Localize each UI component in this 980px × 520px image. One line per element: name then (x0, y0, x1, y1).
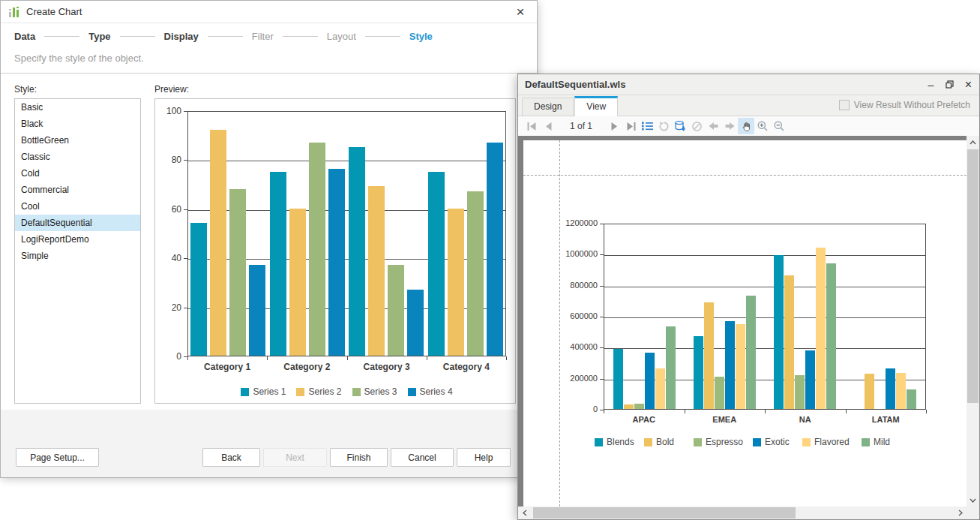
legend-label: Series 2 (308, 386, 341, 397)
y-tick-label: 600000 (556, 311, 598, 320)
scroll-right-icon[interactable] (954, 506, 967, 519)
x-category-label: EMEA (685, 415, 766, 424)
style-list-item[interactable]: Cold (15, 165, 140, 182)
chart-legend: Series 1Series 2Series 3Series 4 (178, 386, 515, 397)
hand-tool-icon[interactable] (738, 118, 754, 134)
bar-series-2 (448, 209, 464, 356)
legend-marker (753, 438, 761, 446)
style-list-item[interactable]: Black (15, 116, 140, 132)
first-page-icon[interactable] (523, 118, 540, 134)
margin-guide-vertical (559, 140, 560, 506)
dialog-titlebar: Create Chart × (1, 1, 537, 23)
legend-item: Series 2 (296, 386, 341, 397)
create-chart-dialog: Create Chart × DataTypeDisplayFilterLayo… (0, 0, 538, 478)
back-icon[interactable] (705, 118, 721, 134)
legend-label: Flavored (814, 437, 850, 447)
vertical-scrollbar[interactable] (967, 136, 979, 506)
export-data-icon[interactable] (672, 118, 688, 134)
style-list-label: Style: (14, 84, 37, 95)
finish-button[interactable]: Finish (330, 448, 388, 467)
wizard-step-layout[interactable]: Layout (327, 31, 356, 42)
style-list-item[interactable]: Classic (15, 149, 140, 165)
horizontal-scrollbar[interactable] (518, 506, 967, 519)
scroll-left-icon[interactable] (518, 506, 531, 519)
bar-flavored (896, 373, 906, 409)
horizontal-scrollbar-thumb[interactable] (533, 507, 796, 518)
toc-icon[interactable] (639, 118, 655, 134)
step-connector (208, 36, 243, 37)
style-list-item[interactable]: Cool (15, 198, 140, 215)
page-setup-button[interactable]: Page Setup... (16, 448, 99, 467)
wizard-step-type[interactable]: Type (88, 31, 110, 42)
wizard-steps: DataTypeDisplayFilterLayoutStyle (1, 23, 537, 50)
style-list-item[interactable]: DefaultSequential (15, 215, 140, 231)
scroll-up-icon[interactable] (967, 136, 979, 149)
close-icon[interactable]: × (959, 77, 978, 93)
style-listbox[interactable]: BasicBlackBottleGreenClassicColdCommerci… (14, 98, 141, 404)
viewer-window: DefaultSequential.wls – × Design View Vi… (517, 74, 980, 520)
tab-design[interactable]: Design (522, 98, 574, 116)
bar-series-4 (487, 143, 503, 356)
bar-exotic (886, 368, 895, 409)
legend-marker (241, 388, 249, 396)
legend-label: Mild (874, 437, 890, 447)
refresh-icon[interactable] (655, 118, 672, 134)
vertical-scrollbar-thumb[interactable] (967, 149, 979, 403)
viewer-toolbar: 1 of 1 (518, 116, 979, 136)
style-list-item[interactable]: LogiReportDemo (15, 231, 140, 248)
bar-group-category-1 (188, 112, 268, 356)
cancel-icon[interactable] (688, 118, 705, 134)
bar-exotic (725, 321, 735, 409)
bar-bold (624, 404, 634, 409)
bar-bold (784, 275, 794, 409)
legend-item: Bold (644, 437, 694, 447)
style-list-item[interactable]: BottleGreen (15, 132, 140, 149)
restore-icon[interactable] (940, 77, 959, 93)
bar-series-3 (229, 189, 246, 356)
wizard-step-display[interactable]: Display (164, 31, 199, 42)
dialog-title: Create Chart (26, 6, 82, 17)
zoom-in-icon[interactable] (754, 118, 771, 134)
y-tick-label: 40 (140, 253, 181, 263)
style-list-item[interactable]: Commercial (15, 182, 140, 198)
help-button[interactable]: Help (457, 448, 511, 467)
step-connector (283, 36, 318, 37)
legend-marker (595, 438, 603, 446)
bar-mild (666, 326, 676, 409)
page-margin-band-top (518, 136, 967, 140)
scrollbar-corner (967, 506, 979, 519)
step-connector (365, 36, 400, 37)
viewer-tabbar: Design View View Result Without Prefetch (518, 95, 979, 116)
x-category-label: NA (765, 415, 846, 424)
report-chart[interactable]: 020000040000060000080000010000001200000A… (562, 218, 944, 452)
wizard-subtitle: Specify the style of the object. (1, 50, 537, 72)
prefetch-checkbox-label: View Result Without Prefetch (854, 100, 970, 110)
scroll-down-icon[interactable] (967, 494, 979, 506)
minimize-icon[interactable]: – (922, 77, 940, 93)
x-category-label: Category 2 (267, 362, 346, 372)
last-page-icon[interactable] (622, 118, 639, 134)
prefetch-checkbox[interactable] (839, 100, 850, 110)
style-list-item[interactable]: Basic (15, 99, 140, 116)
zoom-out-icon[interactable] (771, 118, 787, 134)
next-page-icon[interactable] (606, 118, 622, 134)
wizard-step-style[interactable]: Style (409, 31, 433, 42)
cancel-button[interactable]: Cancel (391, 448, 454, 467)
y-tick-label: 20 (140, 302, 181, 313)
legend-label: Bold (656, 437, 674, 447)
wizard-step-data[interactable]: Data (14, 31, 35, 42)
style-list-item[interactable]: Simple (15, 248, 140, 264)
viewer-titlebar[interactable]: DefaultSequential.wls – × (518, 74, 979, 95)
previous-page-icon[interactable] (540, 118, 556, 134)
legend-marker (644, 438, 652, 446)
y-tickmark (184, 308, 187, 308)
next-button[interactable]: Next (263, 448, 327, 467)
forward-icon[interactable] (721, 118, 738, 134)
bar-blends (774, 255, 784, 409)
back-button[interactable]: Back (202, 448, 260, 467)
close-icon[interactable]: × (511, 5, 529, 19)
preview-chart: 020406080100Category 1Category 2Category… (155, 99, 517, 404)
x-tickmark (187, 356, 188, 360)
wizard-step-filter[interactable]: Filter (252, 31, 274, 42)
tab-view[interactable]: View (574, 96, 618, 116)
